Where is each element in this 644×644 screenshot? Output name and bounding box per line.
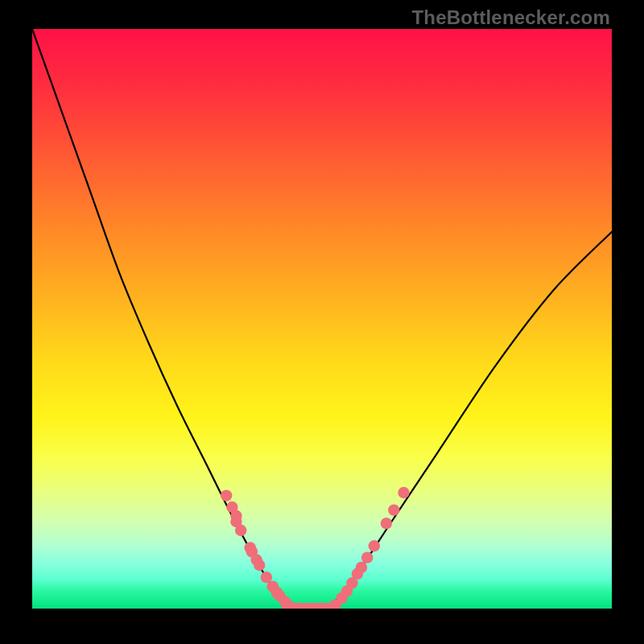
data-point [388,504,399,515]
chart-svg [32,29,612,609]
data-point [254,559,265,571]
scatter-points [221,487,410,609]
data-point [369,540,380,551]
data-point [381,518,392,529]
data-point [356,562,367,573]
data-point [398,487,409,498]
bottleneck-curve [32,29,612,609]
data-point [235,525,246,536]
plot-area [32,29,612,609]
chart-frame: TheBottlenecker.com [0,0,644,644]
data-point [221,489,232,501]
data-point [361,551,373,563]
watermark-text: TheBottlenecker.com [411,6,610,29]
